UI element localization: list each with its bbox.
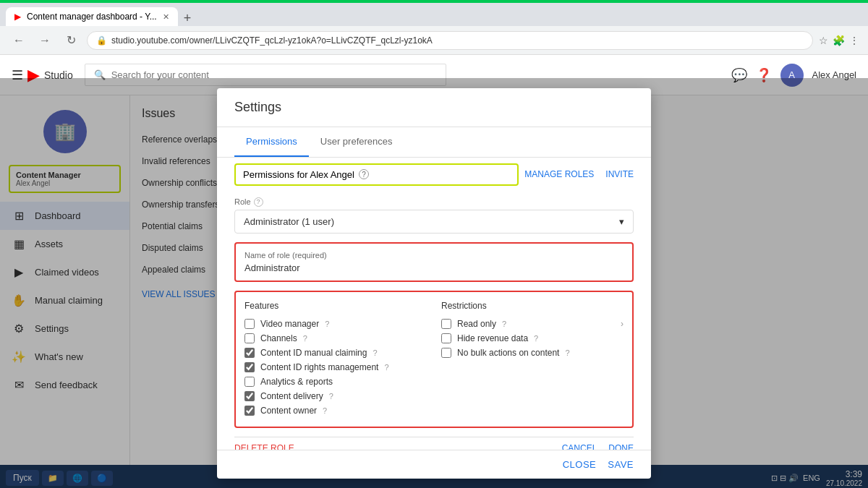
features-restrictions-box: Features Video manager ? Channels ? — [234, 291, 634, 428]
restrictions-title: Restrictions — [441, 301, 624, 311]
dialog-bottom: CLOSE SAVE — [217, 450, 651, 479]
content-id-manual-checkbox[interactable] — [244, 348, 255, 358]
restriction-no-bulk: No bulk actions on content ? — [441, 346, 624, 360]
feature-content-owner: Content owner ? — [244, 403, 427, 418]
feature-video-manager: Video manager ? — [244, 317, 427, 331]
restriction-read-only: Read only ? › — [441, 317, 624, 331]
content-owner-checkbox[interactable] — [244, 406, 255, 416]
role-help-icon: ? — [254, 197, 263, 207]
features-column: Features Video manager ? Channels ? — [244, 301, 427, 418]
hide-revenue-label: Hide revenue data — [457, 333, 528, 343]
tab-favicon: ▶ — [14, 12, 21, 22]
forward-button[interactable]: → — [35, 30, 55, 51]
role-editor: Role ? Administrator (1 user) ▾ Name of … — [217, 192, 651, 450]
active-tab[interactable]: ▶ Content manager dashboard - Y... ✕ — [6, 7, 178, 26]
video-manager-help-icon[interactable]: ? — [325, 320, 329, 328]
role-label: Role ? — [234, 197, 634, 207]
browser-controls: ← → ↻ 🔒 studio.youtube.com/owner/LLivCZQ… — [0, 26, 868, 55]
tab-user-preferences[interactable]: User preferences — [309, 127, 404, 157]
browser-actions: ☆ 🧩 ⋮ — [819, 35, 859, 46]
no-bulk-label: No bulk actions on content — [457, 348, 559, 358]
content-id-rights-checkbox[interactable] — [244, 362, 255, 372]
tab-permissions[interactable]: Permissions — [234, 127, 309, 157]
features-title: Features — [244, 301, 427, 311]
done-button[interactable]: DONE — [608, 443, 634, 450]
delete-role-button[interactable]: DELETE ROLE — [234, 443, 294, 450]
refresh-button[interactable]: ↻ — [61, 30, 81, 51]
permissions-header: Permissions for Alex Angel ? MANAGE ROLE… — [217, 158, 651, 192]
hide-revenue-checkbox[interactable] — [441, 333, 451, 343]
role-name-label: Name of role (required) — [244, 251, 624, 260]
save-button[interactable]: SAVE — [608, 459, 634, 470]
settings-dialog: Settings Permissions User preferences Pe… — [217, 88, 651, 479]
content-owner-label: Content owner — [260, 406, 317, 416]
hide-revenue-help-icon[interactable]: ? — [534, 334, 538, 343]
url-text: studio.youtube.com/owner/LLivCZQTF_qcLzl… — [111, 35, 804, 46]
role-select[interactable]: Administrator (1 user) ▾ — [234, 210, 634, 234]
new-tab-button[interactable]: + — [178, 11, 197, 26]
read-only-label: Read only — [457, 319, 496, 329]
cancel-button[interactable]: CANCEL — [562, 443, 597, 450]
dialog-overlay: Settings Permissions User preferences Pe… — [0, 78, 868, 488]
feature-content-delivery: Content delivery ? — [244, 389, 427, 403]
no-bulk-checkbox[interactable] — [441, 348, 451, 358]
tab-title: Content manager dashboard - Y... — [27, 12, 157, 22]
footer-right-buttons: CANCEL DONE — [562, 443, 634, 450]
permissions-actions: MANAGE ROLES INVITE — [524, 169, 634, 179]
role-field: Role ? Administrator (1 user) ▾ — [234, 197, 634, 234]
no-bulk-help-icon[interactable]: ? — [565, 348, 569, 357]
channels-label: Channels — [260, 333, 297, 343]
dialog-title: Settings — [217, 88, 651, 127]
feature-content-id-manual: Content ID manual claiming ? — [244, 346, 427, 360]
permissions-for-badge: Permissions for Alex Angel ? — [234, 163, 519, 186]
invite-button[interactable]: INVITE — [605, 169, 634, 179]
role-select-value: Administrator (1 user) — [244, 216, 334, 227]
content-delivery-checkbox[interactable] — [244, 391, 255, 401]
tab-bar: ▶ Content manager dashboard - Y... ✕ + — [0, 3, 868, 26]
video-manager-label: Video manager — [260, 319, 319, 329]
channels-checkbox[interactable] — [244, 333, 255, 343]
bookmark-icon[interactable]: ☆ — [819, 35, 828, 46]
back-button[interactable]: ← — [9, 30, 29, 51]
analytics-label: Analytics & reports — [260, 377, 333, 387]
analytics-checkbox[interactable] — [244, 377, 255, 387]
feature-content-id-rights: Content ID rights management ? — [244, 360, 427, 374]
feature-channels: Channels ? — [244, 331, 427, 346]
channels-help-icon[interactable]: ? — [303, 334, 307, 343]
extension-icon[interactable]: 🧩 — [833, 35, 845, 46]
content-id-rights-label: Content ID rights management — [260, 362, 378, 372]
chevron-down-icon: ▾ — [619, 216, 624, 227]
permissions-for-text: Permissions for Alex Angel — [243, 169, 354, 180]
read-only-help-icon[interactable]: ? — [502, 320, 506, 328]
restrictions-column: Restrictions Read only ? › Hide revenue … — [441, 301, 624, 418]
role-name-box: Name of role (required) — [234, 242, 634, 282]
content-delivery-help-icon[interactable]: ? — [329, 392, 333, 401]
tab-close-button[interactable]: ✕ — [163, 12, 169, 22]
video-manager-checkbox[interactable] — [244, 319, 255, 329]
read-only-arrow: › — [621, 319, 624, 329]
lock-icon: 🔒 — [96, 35, 107, 46]
role-footer: DELETE ROLE CANCEL DONE — [234, 437, 634, 450]
content-delivery-label: Content delivery — [260, 391, 323, 401]
close-button[interactable]: CLOSE — [563, 459, 597, 470]
content-owner-help-icon[interactable]: ? — [323, 406, 327, 415]
content-id-manual-label: Content ID manual claiming — [260, 348, 367, 358]
restriction-hide-revenue: Hide revenue data ? — [441, 331, 624, 346]
role-label-text: Role — [234, 197, 251, 206]
read-only-checkbox[interactable] — [441, 319, 451, 329]
role-name-input[interactable] — [244, 262, 624, 273]
feature-analytics: Analytics & reports — [244, 374, 427, 389]
manage-roles-button[interactable]: MANAGE ROLES — [524, 169, 594, 179]
content-id-manual-help-icon[interactable]: ? — [373, 348, 377, 357]
content-id-rights-help-icon[interactable]: ? — [384, 363, 388, 372]
dialog-tabs: Permissions User preferences — [217, 127, 651, 158]
address-bar[interactable]: 🔒 studio.youtube.com/owner/LLivCZQTF_qcL… — [87, 31, 813, 50]
permissions-help-icon: ? — [359, 169, 369, 179]
menu-icon[interactable]: ⋮ — [849, 35, 859, 46]
